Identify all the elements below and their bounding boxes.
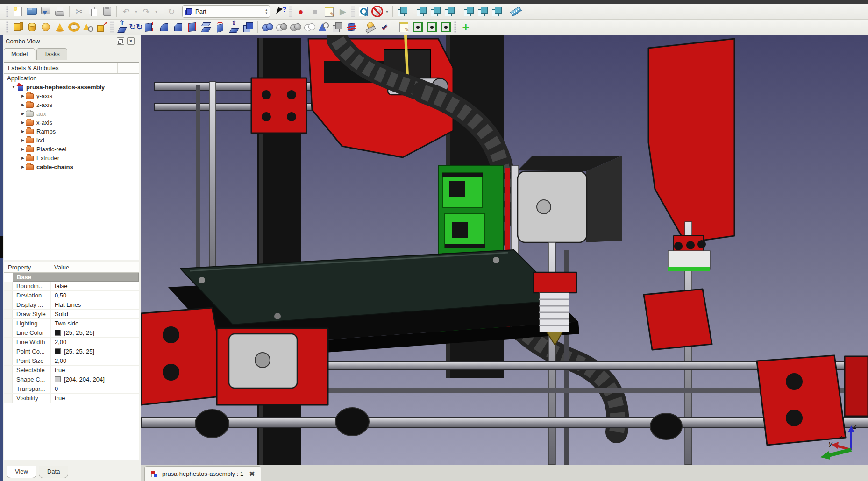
- property-group-row[interactable]: Base: [4, 273, 139, 282]
- fit-all-icon[interactable]: [356, 5, 370, 18]
- float-panel-button[interactable]: [117, 37, 124, 45]
- cut-boolean-icon[interactable]: [274, 21, 288, 34]
- tree-column-header[interactable]: Labels & Attributes: [4, 63, 139, 74]
- save-icon[interactable]: [39, 5, 53, 18]
- cut-icon[interactable]: ✂: [72, 5, 86, 18]
- property-value[interactable]: [204, 204, 204]: [50, 375, 139, 384]
- property-row-deviation[interactable]: Deviation0,50: [4, 291, 139, 300]
- property-value[interactable]: 2,00: [50, 338, 139, 347]
- redo-menu-icon[interactable]: ▾: [153, 5, 159, 18]
- fillet-icon[interactable]: [157, 21, 171, 34]
- tab-data[interactable]: Data: [39, 466, 68, 478]
- paste-icon[interactable]: [100, 5, 114, 18]
- chamfer-icon[interactable]: [171, 21, 185, 34]
- expand-arrow-icon[interactable]: [20, 120, 26, 125]
- join-cutout-icon[interactable]: [439, 21, 453, 34]
- macro-edit-icon[interactable]: [322, 5, 336, 18]
- tab-view[interactable]: View: [7, 466, 36, 478]
- axonometric-view-icon[interactable]: [395, 5, 409, 18]
- cross-sections-icon[interactable]: [344, 21, 358, 34]
- tab-tasks[interactable]: Tasks: [36, 48, 67, 60]
- copy-icon[interactable]: [86, 5, 100, 18]
- document-tab[interactable]: prusa-hephestos-assembly : 1 ✖: [144, 466, 261, 481]
- union-icon[interactable]: [288, 21, 302, 34]
- property-row-display[interactable]: Display ...Flat Lines: [4, 300, 139, 310]
- tree-item-lcd[interactable]: lcd: [4, 136, 139, 145]
- undo-icon[interactable]: ↶: [119, 5, 133, 18]
- property-value[interactable]: 0,50: [50, 291, 139, 300]
- property-row-lighting[interactable]: LightingTwo side: [4, 319, 139, 328]
- property-value[interactable]: 2,00: [50, 356, 139, 365]
- expand-arrow-icon[interactable]: [20, 94, 26, 98]
- cone-icon[interactable]: [53, 21, 67, 34]
- box-icon[interactable]: [11, 21, 25, 34]
- property-value[interactable]: Flat Lines: [50, 300, 139, 309]
- join-embed-icon[interactable]: [425, 21, 439, 34]
- bottom-view-icon[interactable]: [476, 5, 490, 18]
- thickness-icon[interactable]: [241, 21, 255, 34]
- shape-builder-icon[interactable]: [95, 21, 109, 34]
- property-row-transpar[interactable]: Transpar...0: [4, 384, 139, 394]
- property-row-line-color[interactable]: Line Color[25, 25, 25]: [4, 328, 139, 338]
- ruled-surface-icon[interactable]: [185, 21, 199, 34]
- new-document-icon[interactable]: [11, 5, 25, 18]
- property-value[interactable]: [25, 25, 25]: [50, 328, 139, 337]
- measure-distance-icon[interactable]: [509, 5, 523, 18]
- expand-arrow-icon[interactable]: [20, 138, 26, 142]
- add-icon[interactable]: +: [459, 21, 473, 34]
- close-document-icon[interactable]: ✖: [249, 470, 255, 478]
- draw-style-menu-icon[interactable]: ▾: [384, 5, 390, 18]
- check-geometry-icon[interactable]: [377, 21, 391, 34]
- join-connect-icon[interactable]: [411, 21, 425, 34]
- tree-item-Plastic-reel[interactable]: Plastic-reel: [4, 145, 139, 154]
- tree-item-aux[interactable]: aux: [4, 109, 139, 118]
- tab-model[interactable]: Model: [4, 48, 35, 60]
- property-value[interactable]: 0: [50, 384, 139, 393]
- intersection-icon[interactable]: [302, 21, 316, 34]
- tree-item-application[interactable]: Application: [4, 74, 139, 83]
- boolean-icon[interactable]: [260, 21, 274, 34]
- extrude-icon[interactable]: [115, 21, 129, 34]
- measure-linear-icon[interactable]: [363, 21, 377, 34]
- whats-this-icon[interactable]: [274, 5, 288, 18]
- property-row-shape-c[interactable]: Shape C...[204, 204, 204]: [4, 375, 139, 384]
- property-value[interactable]: [25, 25, 25]: [50, 347, 139, 356]
- property-row-selectable[interactable]: Selectabletrue: [4, 366, 139, 375]
- tree-item-z-axis[interactable]: z-axis: [4, 100, 139, 109]
- front-view-icon[interactable]: [414, 5, 428, 18]
- property-value[interactable]: true: [50, 366, 139, 375]
- rear-view-icon[interactable]: [462, 5, 476, 18]
- left-view-icon[interactable]: [490, 5, 504, 18]
- redo-icon[interactable]: ↷: [139, 5, 153, 18]
- property-value[interactable]: Two side: [50, 319, 139, 328]
- draw-style-icon[interactable]: [370, 5, 384, 18]
- tree-item-y-axis[interactable]: y-axis: [4, 92, 139, 100]
- macro-play-icon[interactable]: ▶: [336, 5, 350, 18]
- compound-icon[interactable]: [330, 21, 344, 34]
- right-view-icon[interactable]: [442, 5, 456, 18]
- tree-item-Extruder[interactable]: Extruder: [4, 154, 139, 163]
- property-value[interactable]: Solid: [50, 310, 139, 318]
- tree-item-Ramps[interactable]: Ramps: [4, 127, 139, 136]
- revolve-icon[interactable]: ↻: [129, 21, 143, 34]
- expand-arrow-icon[interactable]: [11, 85, 16, 89]
- expand-arrow-icon[interactable]: [20, 129, 26, 134]
- workbench-selector[interactable]: Part ▴▾: [182, 5, 270, 18]
- expand-arrow-icon[interactable]: [20, 112, 26, 116]
- tree-item-x-axis[interactable]: x-axis: [4, 118, 139, 127]
- workbench-spinner[interactable]: ▴▾: [263, 8, 267, 14]
- sweep-icon[interactable]: [213, 21, 227, 34]
- property-row-point-co[interactable]: Point Co...[25, 25, 25]: [4, 347, 139, 356]
- property-columns-header[interactable]: Property Value: [4, 262, 139, 273]
- property-row-visibility[interactable]: Visibilitytrue: [4, 394, 139, 403]
- cylinder-icon[interactable]: [25, 21, 39, 34]
- undo-menu-icon[interactable]: ▾: [133, 5, 139, 18]
- print-icon[interactable]: [53, 5, 67, 18]
- open-icon[interactable]: [25, 5, 39, 18]
- property-value[interactable]: true: [50, 394, 139, 403]
- combo-view-titlebar[interactable]: Combo View: [3, 35, 141, 47]
- macro-record-icon[interactable]: ●: [294, 5, 308, 18]
- loft-icon[interactable]: [199, 21, 213, 34]
- property-row-point-size[interactable]: Point Size2,00: [4, 356, 139, 366]
- expand-arrow-icon[interactable]: [20, 156, 26, 160]
